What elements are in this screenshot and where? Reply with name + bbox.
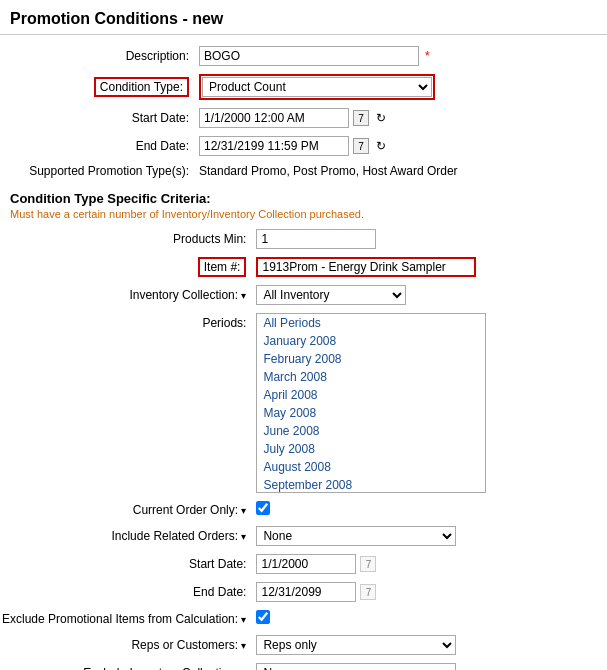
products-min-label: Products Min:: [2, 226, 254, 252]
start-date-input[interactable]: [199, 108, 349, 128]
supported-label: Supported Promotion Type(s):: [2, 161, 197, 181]
reps-customers-info-icon[interactable]: ▾: [241, 640, 246, 651]
period-jan-2008[interactable]: January 2008: [257, 332, 485, 350]
condition-type-label: Condition Type:: [94, 77, 189, 97]
period-sep-2008[interactable]: September 2008: [257, 476, 485, 493]
end-date-input[interactable]: [199, 136, 349, 156]
description-input[interactable]: [199, 46, 419, 66]
inventory-collection-select[interactable]: All Inventory: [256, 285, 406, 305]
condition-type-select[interactable]: Product Count: [202, 77, 432, 97]
include-related-label: Include Related Orders:: [111, 529, 238, 543]
end-date-label: End Date:: [2, 133, 197, 159]
exclude-promo-info-icon[interactable]: ▾: [241, 614, 246, 625]
period-may-2008[interactable]: May 2008: [257, 404, 485, 422]
exclude-promo-checkbox[interactable]: [256, 610, 270, 624]
item-num-label: Item #:: [198, 257, 247, 277]
lower-start-date-input[interactable]: [256, 554, 356, 574]
reps-customers-label: Reps or Customers:: [131, 638, 238, 652]
period-aug-2008[interactable]: August 2008: [257, 458, 485, 476]
current-order-only-label: Current Order Only:: [133, 503, 238, 517]
lower-end-date-input[interactable]: [256, 582, 356, 602]
start-date-label: Start Date:: [2, 105, 197, 131]
item-num-input[interactable]: [256, 257, 476, 277]
inventory-collection-info-icon[interactable]: ▾: [241, 290, 246, 301]
calendar-icon[interactable]: 7: [353, 110, 369, 126]
description-label: Description:: [2, 43, 197, 69]
exclude-inventory-select[interactable]: None: [256, 663, 456, 670]
exclude-inventory-label: Exclude Inventory Collection:: [83, 666, 238, 670]
products-min-input[interactable]: [256, 229, 376, 249]
period-apr-2008[interactable]: April 2008: [257, 386, 485, 404]
current-order-only-info-icon[interactable]: ▾: [241, 505, 246, 516]
condition-type-wrapper: Product Count: [199, 74, 435, 100]
page-title: Promotion Conditions - new: [0, 0, 607, 35]
reps-customers-select[interactable]: Reps only Customers only Both: [256, 635, 456, 655]
supported-value: Standard Promo, Post Promo, Host Award O…: [199, 161, 605, 181]
criteria-section-sub: Must have a certain number of Inventory/…: [0, 208, 607, 224]
exclude-promo-label: Exclude Promotional Items from Calculati…: [2, 612, 238, 626]
include-related-info-icon[interactable]: ▾: [241, 531, 246, 542]
periods-label: Periods:: [2, 310, 254, 496]
required-star: *: [425, 49, 430, 63]
period-mar-2008[interactable]: March 2008: [257, 368, 485, 386]
lower-end-date-label: End Date:: [2, 579, 254, 605]
calendar-icon-3[interactable]: 7: [360, 556, 376, 572]
calendar-icon-2[interactable]: 7: [353, 138, 369, 154]
calendar-icon-4[interactable]: 7: [360, 584, 376, 600]
period-feb-2008[interactable]: February 2008: [257, 350, 485, 368]
criteria-section-header: Condition Type Specific Criteria:: [0, 183, 607, 208]
periods-listbox[interactable]: All Periods January 2008 February 2008 M…: [256, 313, 486, 493]
current-order-only-checkbox[interactable]: [256, 501, 270, 515]
refresh-icon[interactable]: ↻: [373, 110, 389, 126]
refresh-icon-2[interactable]: ↻: [373, 138, 389, 154]
inventory-collection-label: Inventory Collection:: [129, 288, 238, 302]
period-jun-2008[interactable]: June 2008: [257, 422, 485, 440]
period-all-periods[interactable]: All Periods: [257, 314, 485, 332]
lower-start-date-label: Start Date:: [2, 551, 254, 577]
include-related-select[interactable]: None: [256, 526, 456, 546]
period-jul-2008[interactable]: July 2008: [257, 440, 485, 458]
